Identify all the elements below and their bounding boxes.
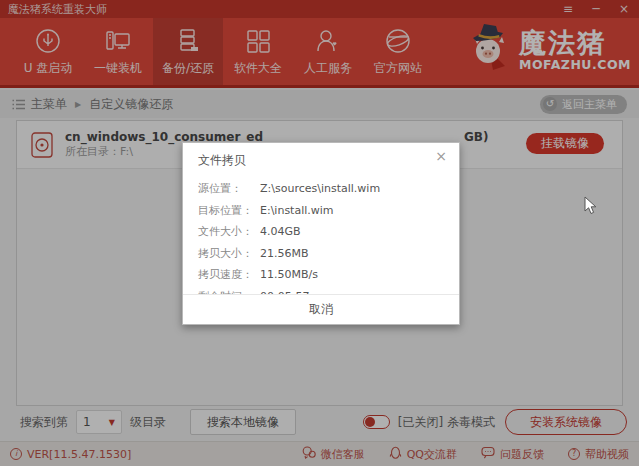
row-value: Z:\sources\install.wim: [260, 182, 380, 195]
dialog-row-target: 目标位置： E:\install.wim: [198, 200, 451, 222]
mouse-cursor: [584, 196, 597, 219]
row-value: 4.04GB: [260, 225, 301, 238]
row-value: 21.56MB: [260, 247, 309, 260]
dialog-row-copied-size: 拷贝大小： 21.56MB: [198, 243, 451, 265]
row-label: 拷贝大小：: [198, 246, 260, 261]
row-label: 拷贝速度：: [198, 267, 260, 282]
file-copy-dialog: 文件拷贝 × 源位置： Z:\sources\install.wim 目标位置：…: [182, 142, 460, 325]
cancel-button[interactable]: 取消: [183, 294, 459, 324]
dialog-close-icon[interactable]: ×: [433, 148, 449, 164]
dialog-rows: 源位置： Z:\sources\install.wim 目标位置： E:\ins…: [198, 178, 451, 307]
row-label: 源位置：: [198, 181, 260, 196]
row-label: 目标位置：: [198, 203, 260, 218]
dialog-row-copy-speed: 拷贝速度： 11.50MB/s: [198, 264, 451, 286]
app-window: 魔法猪系统重装大师 ≡ ─ × U 盘启动: [0, 0, 639, 466]
dialog-title: 文件拷贝: [198, 152, 246, 169]
row-value: E:\install.wim: [260, 204, 334, 217]
row-label: 文件大小：: [198, 224, 260, 239]
dialog-row-file-size: 文件大小： 4.04GB: [198, 221, 451, 243]
dialog-row-source: 源位置： Z:\sources\install.wim: [198, 178, 451, 200]
row-value: 11.50MB/s: [260, 268, 318, 281]
